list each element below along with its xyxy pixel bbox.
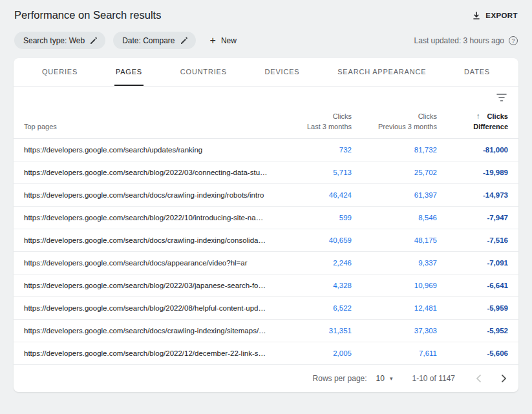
download-icon bbox=[472, 11, 481, 20]
date-chip-label: Date: Compare bbox=[122, 36, 175, 45]
table-row: https://developers.google.com/search/doc… bbox=[14, 320, 518, 342]
performance-card: QUERIESPAGESCOUNTRIESDEVICESSEARCH APPEA… bbox=[14, 58, 518, 392]
table-toolbar bbox=[14, 87, 518, 109]
export-label: EXPORT bbox=[485, 12, 518, 19]
clicks-last-3-months-value: 6,522 bbox=[274, 304, 352, 312]
tab-label: COUNTRIES bbox=[180, 68, 227, 76]
clicks-last-3-months-value: 732 bbox=[274, 146, 352, 154]
page-url[interactable]: https://developers.google.com/search/doc… bbox=[24, 191, 274, 199]
next-page-icon[interactable] bbox=[501, 374, 507, 383]
rows-per-page-value: 10 bbox=[376, 374, 385, 383]
clicks-difference-value: -6,641 bbox=[437, 282, 508, 289]
page-url[interactable]: https://developers.google.com/search/blo… bbox=[24, 214, 274, 222]
table-header: Top pages Clicks Last 3 months Clicks Pr… bbox=[14, 109, 518, 139]
clicks-previous-3-months-value: 10,969 bbox=[352, 282, 437, 289]
table-footer: Rows per page: 10 ▾ 1-10 of 1147 bbox=[14, 365, 518, 392]
table-row: https://developers.google.com/search/blo… bbox=[14, 342, 518, 365]
pencil-icon bbox=[90, 37, 98, 45]
last-updated-area: Last updated: 3 hours ago ? bbox=[414, 36, 518, 45]
page-url[interactable]: https://developers.google.com/search/blo… bbox=[24, 282, 274, 289]
table-row: https://developers.google.com/search/doc… bbox=[14, 229, 518, 252]
clicks-last-3-months-value: 599 bbox=[274, 214, 352, 222]
page-url[interactable]: https://developers.google.com/search/doc… bbox=[24, 259, 274, 267]
clicks-previous-3-months-value: 9,337 bbox=[352, 259, 437, 267]
clicks-previous-3-months-value: 12,481 bbox=[352, 304, 437, 312]
search-type-chip[interactable]: Search type: Web bbox=[14, 32, 105, 49]
page-url[interactable]: https://developers.google.com/search/blo… bbox=[24, 349, 274, 357]
clicks-last-3-months-value: 5,713 bbox=[274, 169, 352, 176]
table-row: https://developers.google.com/search/doc… bbox=[14, 184, 518, 207]
table-row: https://developers.google.com/search/blo… bbox=[14, 207, 518, 229]
column-header-pages[interactable]: Top pages bbox=[24, 122, 274, 132]
page-url[interactable]: https://developers.google.com/search/upd… bbox=[24, 146, 274, 154]
new-filter-button[interactable]: + New bbox=[210, 36, 237, 46]
plus-icon: + bbox=[210, 36, 216, 46]
clicks-difference-value: -7,947 bbox=[437, 214, 508, 222]
top-bar: Performance on Search results EXPORT bbox=[0, 0, 532, 28]
rows-per-page-label: Rows per page: bbox=[313, 374, 367, 383]
clicks-previous-3-months-value: 25,702 bbox=[352, 169, 437, 176]
clicks-previous-3-months-value: 37,303 bbox=[352, 327, 437, 335]
tab-queries[interactable]: QUERIES bbox=[41, 58, 79, 86]
clicks-previous-3-months-value: 81,732 bbox=[352, 146, 437, 154]
clicks-last-3-months-value: 31,351 bbox=[274, 327, 352, 335]
table-row: https://developers.google.com/search/blo… bbox=[14, 297, 518, 320]
clicks-last-3-months-value: 46,424 bbox=[274, 191, 352, 199]
table-row: https://developers.google.com/search/blo… bbox=[14, 274, 518, 297]
clicks-difference-value: -5,959 bbox=[437, 304, 508, 312]
table-row: https://developers.google.com/search/blo… bbox=[14, 161, 518, 184]
pencil-icon bbox=[180, 37, 188, 45]
export-button[interactable]: EXPORT bbox=[472, 11, 518, 20]
rows-per-page-select[interactable]: 10 ▾ bbox=[376, 374, 393, 383]
clicks-difference-value: -5,606 bbox=[437, 349, 508, 357]
tab-pages[interactable]: PAGES bbox=[114, 58, 144, 86]
chevron-down-icon: ▾ bbox=[390, 375, 393, 382]
date-chip[interactable]: Date: Compare bbox=[113, 32, 195, 49]
tab-countries[interactable]: COUNTRIES bbox=[179, 58, 228, 86]
column-header-clicks-previous[interactable]: Clicks Previous 3 months bbox=[352, 112, 437, 132]
help-icon[interactable]: ? bbox=[509, 36, 518, 45]
clicks-difference-value: -5,952 bbox=[437, 327, 508, 335]
search-type-chip-label: Search type: Web bbox=[23, 36, 85, 45]
pagination-range: 1-10 of 1147 bbox=[412, 374, 456, 383]
clicks-difference-value: -7,091 bbox=[437, 259, 508, 267]
table-body: https://developers.google.com/search/upd… bbox=[14, 139, 518, 365]
tab-label: DATES bbox=[464, 68, 490, 76]
pager bbox=[476, 374, 507, 383]
clicks-previous-3-months-value: 7,611 bbox=[352, 349, 437, 357]
filter-table-icon[interactable] bbox=[496, 93, 507, 102]
clicks-difference-value: -14,973 bbox=[437, 191, 508, 199]
new-filter-label: New bbox=[221, 36, 237, 45]
tab-search-appearance[interactable]: SEARCH APPEARANCE bbox=[336, 58, 427, 86]
clicks-last-3-months-value: 4,328 bbox=[274, 282, 352, 289]
table-row: https://developers.google.com/search/doc… bbox=[14, 252, 518, 274]
tab-label: QUERIES bbox=[42, 68, 78, 76]
tab-label: DEVICES bbox=[265, 68, 300, 76]
tab-label: PAGES bbox=[116, 68, 142, 76]
clicks-last-3-months-value: 2,246 bbox=[274, 259, 352, 267]
clicks-previous-3-months-value: 8,546 bbox=[352, 214, 437, 222]
column-header-clicks-last[interactable]: Clicks Last 3 months bbox=[274, 112, 352, 132]
page-url[interactable]: https://developers.google.com/search/blo… bbox=[24, 304, 274, 312]
page-title: Performance on Search results bbox=[14, 9, 161, 21]
column-header-clicks-difference[interactable]: ↑Clicks Difference bbox=[437, 111, 508, 132]
tabs: QUERIESPAGESCOUNTRIESDEVICESSEARCH APPEA… bbox=[14, 58, 518, 87]
filter-bar: Search type: Web Date: Compare + New Las… bbox=[0, 28, 532, 58]
tab-label: SEARCH APPEARANCE bbox=[337, 68, 426, 76]
table-row: https://developers.google.com/search/upd… bbox=[14, 139, 518, 161]
sort-ascending-icon[interactable]: ↑ bbox=[476, 112, 480, 121]
clicks-previous-3-months-value: 48,175 bbox=[352, 236, 437, 244]
page-url[interactable]: https://developers.google.com/search/blo… bbox=[24, 169, 274, 176]
last-updated-text: Last updated: 3 hours ago bbox=[414, 36, 504, 45]
tab-devices[interactable]: DEVICES bbox=[264, 58, 301, 86]
clicks-last-3-months-value: 2,005 bbox=[274, 349, 352, 357]
page-url[interactable]: https://developers.google.com/search/doc… bbox=[24, 327, 274, 335]
previous-page-icon bbox=[476, 374, 482, 383]
page-url[interactable]: https://developers.google.com/search/doc… bbox=[24, 236, 274, 244]
clicks-last-3-months-value: 40,659 bbox=[274, 236, 352, 244]
clicks-difference-value: -7,516 bbox=[437, 236, 508, 244]
clicks-previous-3-months-value: 61,397 bbox=[352, 191, 437, 199]
tab-dates[interactable]: DATES bbox=[463, 58, 491, 86]
clicks-difference-value: -19,989 bbox=[437, 169, 508, 176]
clicks-difference-value: -81,000 bbox=[437, 146, 508, 154]
